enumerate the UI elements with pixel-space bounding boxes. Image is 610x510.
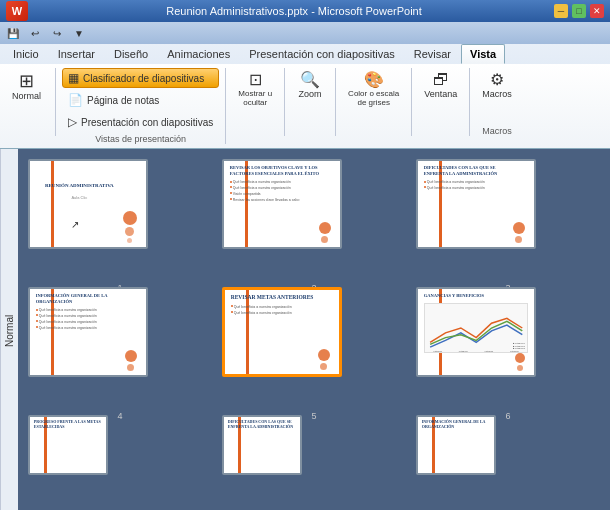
pagina-notas-icon: 📄: [68, 93, 83, 107]
clasificador-icon: ▦: [68, 71, 79, 85]
slide-5-title: Revisar Metas Anteriores: [231, 294, 317, 301]
tab-inicio[interactable]: Inicio: [4, 44, 48, 64]
slide-1-circle-sm: [127, 238, 132, 243]
mostrar-label: Mostrar uocultar: [238, 89, 272, 107]
tab-animaciones[interactable]: Animaciones: [158, 44, 239, 64]
qat-dropdown[interactable]: ▼: [70, 24, 88, 42]
ventana-group-label: [418, 134, 463, 136]
tab-presentacion[interactable]: Presentación con diapositivas: [240, 44, 404, 64]
slide-4-bullet-3: Qué beneficia a nuestra organización: [36, 320, 123, 325]
close-button[interactable]: ✕: [590, 4, 604, 18]
slide-5-bullets: Qué beneficia a nuestra organización Qué…: [231, 305, 317, 316]
macros-label: Macros: [482, 89, 512, 99]
normal-view-button[interactable]: ⊞ Normal: [6, 68, 47, 105]
maximize-button[interactable]: □: [572, 4, 586, 18]
bullet-dot: [36, 326, 38, 328]
tab-insertar[interactable]: Insertar: [49, 44, 104, 64]
normal-icon: ⊞: [19, 72, 34, 90]
color-items: 🎨 Color o escalade grises: [342, 68, 405, 134]
slide-6-circle-mid: [517, 365, 523, 371]
slide-thumb-7[interactable]: Progreso Frente a las Metas Establecidas: [28, 415, 108, 475]
color-btn[interactable]: 🎨 Color o escalade grises: [342, 68, 405, 111]
slide-4-circle-mid: [127, 364, 134, 371]
clasificador-button[interactable]: ▦ Clasificador de diapositivas: [62, 68, 219, 88]
macros-items: ⚙ Macros: [476, 68, 518, 124]
ribbon-group-macros: ⚙ Macros Macros: [476, 68, 524, 136]
slide-3-bullet-2: Qué beneficia a nuestra organización: [424, 186, 511, 191]
slide-inner-8: Dificultades con las que se enfrenta la …: [224, 417, 300, 473]
bullet-dot: [231, 311, 233, 313]
slide-6-circles: [515, 353, 525, 371]
office-button[interactable]: W: [6, 1, 28, 21]
slide-2-circle-big: [319, 222, 331, 234]
slide-wrapper-5: Revisar Metas Anteriores Qué beneficia a…: [222, 287, 406, 405]
macros-btn[interactable]: ⚙ Macros: [476, 68, 518, 103]
bullet-dot: [230, 192, 232, 194]
pagina-notas-button[interactable]: 📄 Página de notas: [62, 90, 219, 110]
slide-inner-4: Información General de la Organización Q…: [30, 289, 146, 375]
slide-3-content: Dificultades con las que se enfrenta la …: [424, 165, 511, 192]
vistas-label: Vistas de presentación: [62, 132, 219, 144]
slide-1-circle-big: [123, 211, 137, 225]
normal-group-items: ⊞ Normal: [6, 68, 47, 134]
slide-thumb-9[interactable]: Información General de la Organización: [416, 415, 496, 475]
main-area: Normal Reunión Administrativa Aula Clic: [0, 149, 610, 510]
slide-2-bullet-1: Qué beneficia a nuestra organización: [230, 180, 334, 185]
presentacion-button[interactable]: ▷ Presentación con diapositivas: [62, 112, 219, 132]
vistas-small-group: ▦ Clasificador de diapositivas 📄 Página …: [62, 68, 219, 132]
slide-wrapper-4: Información General de la Organización Q…: [28, 287, 212, 405]
view-label: Normal: [0, 149, 18, 510]
slide-2-title: Revisar los Objetivos Clave y los Factor…: [230, 165, 334, 176]
tab-diseno[interactable]: Diseño: [105, 44, 157, 64]
bullet-dot: [230, 198, 232, 200]
slides-area: Reunión Administrativa Aula Clic ↗ 1: [18, 149, 610, 510]
qat-undo[interactable]: ↩: [26, 24, 44, 42]
zoom-icon: 🔍: [300, 72, 320, 88]
slide-wrapper-3: Dificultades con las que se enfrenta la …: [416, 159, 600, 277]
slide-9-title: Información General de la Organización: [422, 420, 490, 430]
ribbon-tabs: Inicio Insertar Diseño Animaciones Prese…: [0, 44, 610, 64]
slide-thumb-5[interactable]: Revisar Metas Anteriores Qué beneficia a…: [222, 287, 342, 377]
mostrar-btn[interactable]: ⊡ Mostrar uocultar: [232, 68, 278, 111]
ventana-btn[interactable]: 🗗 Ventana: [418, 68, 463, 103]
presentacion-icon: ▷: [68, 115, 77, 129]
slide-thumb-3[interactable]: Dificultades con las que se enfrenta la …: [416, 159, 536, 249]
slide-5-bullet-1: Qué beneficia a nuestra organización: [231, 305, 317, 310]
slide-wrapper-1: Reunión Administrativa Aula Clic ↗ 1: [28, 159, 212, 277]
slide-inner-5: Revisar Metas Anteriores Qué beneficia a…: [225, 290, 339, 374]
bullet-dot: [231, 305, 233, 307]
slide-wrapper-8: Dificultades con las que se enfrenta la …: [222, 415, 406, 503]
minimize-button[interactable]: ─: [554, 4, 568, 18]
slide-thumb-4[interactable]: Información General de la Organización Q…: [28, 287, 148, 377]
ribbon-group-vistas: ▦ Clasificador de diapositivas 📄 Página …: [62, 68, 226, 144]
quick-access-toolbar: 💾 ↩ ↪ ▼: [0, 22, 610, 44]
slide-4-bullets: Qué beneficia a nuestra organización Qué…: [36, 308, 123, 331]
tab-revisar[interactable]: Revisar: [405, 44, 460, 64]
slide-3-circle-big: [513, 222, 525, 234]
qat-redo[interactable]: ↪: [48, 24, 66, 42]
slide-2-content: Revisar los Objetivos Clave y los Factor…: [230, 165, 334, 203]
ribbon-group-ventana: 🗗 Ventana: [418, 68, 470, 136]
slide-4-content: Información General de la Organización Q…: [36, 293, 123, 331]
ribbon-group-mostrar: ⊡ Mostrar uocultar: [232, 68, 285, 136]
slide-thumb-6[interactable]: Ganancias y Beneficios ■ Categoria 1 ■ C…: [416, 287, 536, 377]
zoom-btn[interactable]: 🔍 Zoom: [291, 68, 329, 103]
bullet-dot: [230, 181, 232, 183]
slide-3-circles: [513, 222, 525, 243]
slide-4-bullet-2: Qué beneficia a nuestra organización: [36, 314, 123, 319]
macros-icon: ⚙: [490, 72, 504, 88]
tab-vista[interactable]: Vista: [461, 44, 505, 64]
slide-1-content: Reunión Administrativa Aula Clic: [36, 183, 123, 200]
slide-thumb-2[interactable]: Revisar los Objetivos Clave y los Factor…: [222, 159, 342, 249]
bullet-dot: [230, 186, 232, 188]
chart-xaxis: CategoriaCategoriaCategoriaCategoria: [425, 350, 527, 352]
slide-2-bullet-2: Qué beneficia a nuestra organización: [230, 186, 334, 191]
qat-save[interactable]: 💾: [4, 24, 22, 42]
slide-thumb-8[interactable]: Dificultades con las que se enfrenta la …: [222, 415, 302, 475]
slide-thumb-1[interactable]: Reunión Administrativa Aula Clic ↗: [28, 159, 148, 249]
ribbon-content: ⊞ Normal ▦ Clasificador de diapositivas …: [0, 64, 610, 148]
ventana-icon: 🗗: [433, 72, 449, 88]
slide-6-title: Ganancias y Beneficios: [424, 293, 528, 298]
title-bar: W Reunion Administrativos.pptx - Microso…: [0, 0, 610, 22]
slide-inner-6: Ganancias y Beneficios ■ Categoria 1 ■ C…: [418, 289, 534, 375]
